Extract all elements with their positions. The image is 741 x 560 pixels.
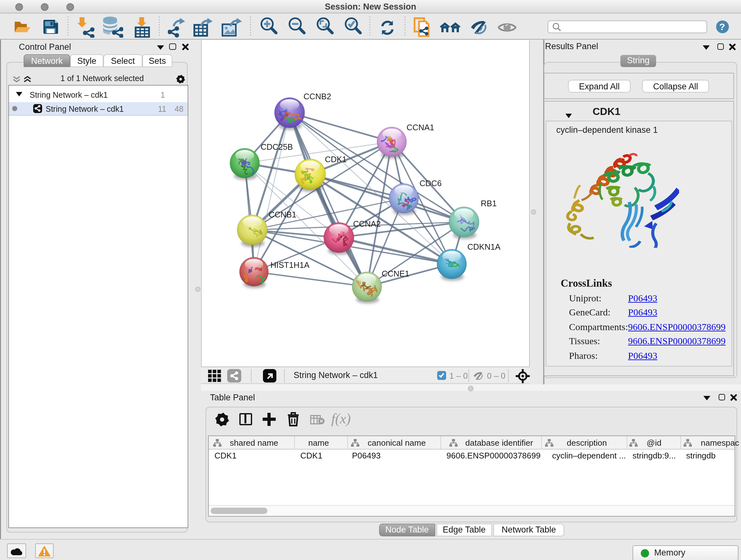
svg-text:HIST1H1A: HIST1H1A [270,260,310,269]
svg-text:CCNA2: CCNA2 [353,219,381,228]
svg-text:CCNB1: CCNB1 [269,210,296,219]
svg-text:CDC25B: CDC25B [261,142,293,151]
svg-text:CDC6: CDC6 [419,179,442,188]
svg-text:CCNE1: CCNE1 [382,269,409,278]
svg-text:CDK1: CDK1 [325,155,347,164]
svg-text:CCNA1: CCNA1 [407,123,434,132]
svg-text:CDKN1A: CDKN1A [467,242,501,251]
svg-text:RB1: RB1 [481,199,497,208]
svg-text:CCNB2: CCNB2 [304,92,331,101]
